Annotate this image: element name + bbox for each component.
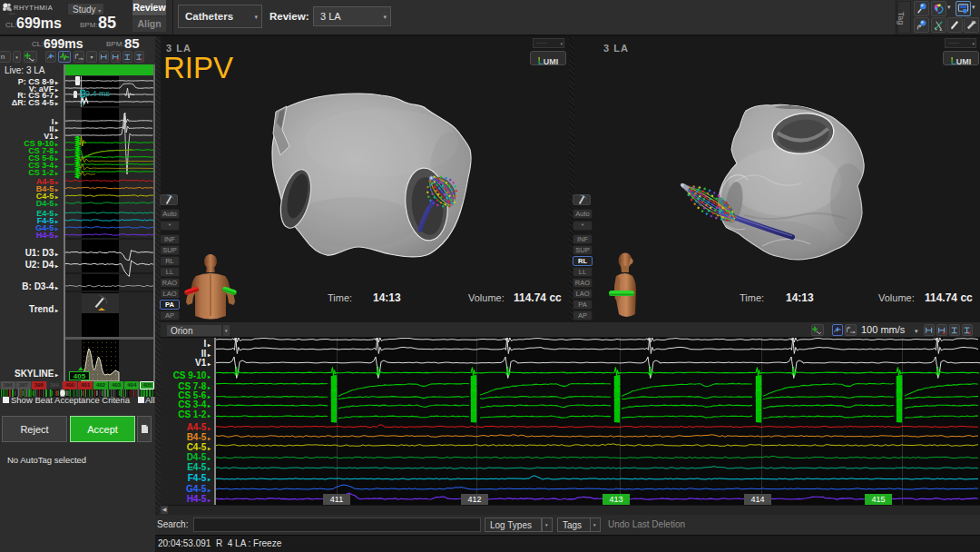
svg-text:1.8: 1.8 <box>972 21 976 25</box>
